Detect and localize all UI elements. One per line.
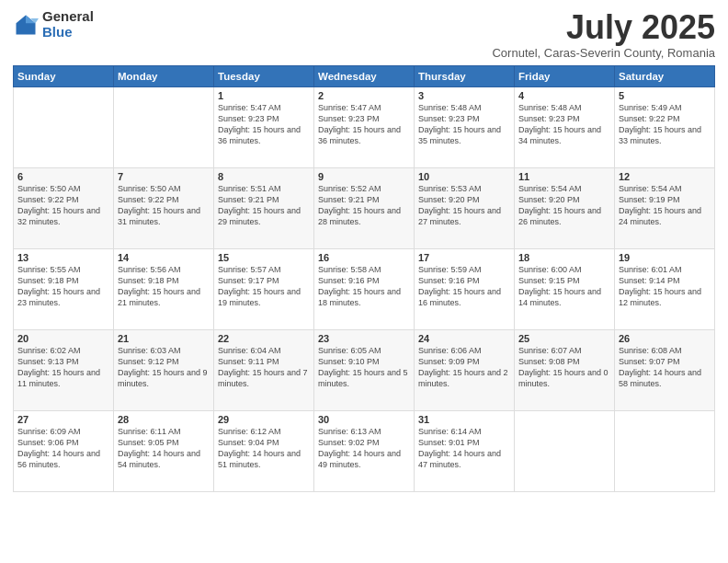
calendar-cell <box>515 410 615 491</box>
day-number: 11 <box>518 171 610 182</box>
day-info: Sunrise: 6:08 AM Sunset: 9:07 PM Dayligh… <box>619 345 711 390</box>
day-number: 7 <box>118 171 210 182</box>
calendar-cell: 18Sunrise: 6:00 AM Sunset: 9:15 PM Dayli… <box>515 248 615 329</box>
calendar-cell: 3Sunrise: 5:48 AM Sunset: 9:23 PM Daylig… <box>415 86 515 167</box>
calendar-cell: 6Sunrise: 5:50 AM Sunset: 9:22 PM Daylig… <box>14 167 114 248</box>
day-number: 5 <box>619 90 711 101</box>
day-number: 9 <box>318 171 410 182</box>
day-info: Sunrise: 5:50 AM Sunset: 9:22 PM Dayligh… <box>17 183 109 228</box>
day-number: 26 <box>619 333 711 344</box>
day-number: 24 <box>418 333 510 344</box>
day-info: Sunrise: 5:59 AM Sunset: 9:16 PM Dayligh… <box>418 264 510 309</box>
calendar-cell: 22Sunrise: 6:04 AM Sunset: 9:11 PM Dayli… <box>214 329 314 410</box>
day-info: Sunrise: 5:58 AM Sunset: 9:16 PM Dayligh… <box>318 264 410 309</box>
calendar-cell: 5Sunrise: 5:49 AM Sunset: 9:22 PM Daylig… <box>615 86 715 167</box>
day-info: Sunrise: 5:48 AM Sunset: 9:23 PM Dayligh… <box>418 102 510 147</box>
weekday-row: SundayMondayTuesdayWednesdayThursdayFrid… <box>14 65 715 86</box>
calendar-cell: 30Sunrise: 6:13 AM Sunset: 9:02 PM Dayli… <box>314 410 415 491</box>
day-number: 10 <box>418 171 510 182</box>
weekday-header-tuesday: Tuesday <box>214 65 314 86</box>
logo-general-text: General <box>42 9 94 25</box>
day-info: Sunrise: 5:54 AM Sunset: 9:20 PM Dayligh… <box>518 183 610 228</box>
day-number: 21 <box>118 333 210 344</box>
day-number: 14 <box>118 252 210 263</box>
day-info: Sunrise: 6:07 AM Sunset: 9:08 PM Dayligh… <box>518 345 610 390</box>
day-info: Sunrise: 5:47 AM Sunset: 9:23 PM Dayligh… <box>218 102 310 147</box>
day-number: 22 <box>218 333 310 344</box>
calendar-cell: 8Sunrise: 5:51 AM Sunset: 9:21 PM Daylig… <box>214 167 314 248</box>
logo-text: General Blue <box>42 9 94 40</box>
day-info: Sunrise: 6:09 AM Sunset: 9:06 PM Dayligh… <box>17 426 109 471</box>
calendar-week-5: 27Sunrise: 6:09 AM Sunset: 9:06 PM Dayli… <box>14 410 715 491</box>
day-info: Sunrise: 6:03 AM Sunset: 9:12 PM Dayligh… <box>118 345 210 390</box>
day-info: Sunrise: 5:52 AM Sunset: 9:21 PM Dayligh… <box>318 183 410 228</box>
day-info: Sunrise: 5:53 AM Sunset: 9:20 PM Dayligh… <box>418 183 510 228</box>
header: General Blue July 2025 Cornutel, Caras-S… <box>13 9 715 60</box>
calendar-cell: 24Sunrise: 6:06 AM Sunset: 9:09 PM Dayli… <box>415 329 515 410</box>
day-number: 16 <box>318 252 410 263</box>
day-number: 18 <box>518 252 610 263</box>
calendar-cell: 11Sunrise: 5:54 AM Sunset: 9:20 PM Dayli… <box>515 167 615 248</box>
calendar-cell <box>114 86 214 167</box>
day-number: 8 <box>218 171 310 182</box>
calendar-week-2: 6Sunrise: 5:50 AM Sunset: 9:22 PM Daylig… <box>14 167 715 248</box>
calendar-cell: 26Sunrise: 6:08 AM Sunset: 9:07 PM Dayli… <box>615 329 715 410</box>
logo-blue-text: Blue <box>42 25 94 40</box>
calendar-cell: 13Sunrise: 5:55 AM Sunset: 9:18 PM Dayli… <box>14 248 114 329</box>
weekday-header-sunday: Sunday <box>14 65 114 86</box>
day-number: 4 <box>518 90 610 101</box>
day-number: 6 <box>17 171 109 182</box>
calendar-cell: 21Sunrise: 6:03 AM Sunset: 9:12 PM Dayli… <box>114 329 214 410</box>
day-info: Sunrise: 5:49 AM Sunset: 9:22 PM Dayligh… <box>619 102 711 147</box>
day-info: Sunrise: 5:56 AM Sunset: 9:18 PM Dayligh… <box>118 264 210 309</box>
weekday-header-friday: Friday <box>515 65 615 86</box>
day-info: Sunrise: 6:14 AM Sunset: 9:01 PM Dayligh… <box>418 426 510 471</box>
calendar-cell: 27Sunrise: 6:09 AM Sunset: 9:06 PM Dayli… <box>14 410 114 491</box>
calendar-cell: 16Sunrise: 5:58 AM Sunset: 9:16 PM Dayli… <box>314 248 415 329</box>
calendar-week-1: 1Sunrise: 5:47 AM Sunset: 9:23 PM Daylig… <box>14 86 715 167</box>
day-info: Sunrise: 5:50 AM Sunset: 9:22 PM Dayligh… <box>118 183 210 228</box>
day-number: 12 <box>619 171 711 182</box>
calendar-cell: 12Sunrise: 5:54 AM Sunset: 9:19 PM Dayli… <box>615 167 715 248</box>
day-info: Sunrise: 6:11 AM Sunset: 9:05 PM Dayligh… <box>118 426 210 471</box>
calendar-cell: 19Sunrise: 6:01 AM Sunset: 9:14 PM Dayli… <box>615 248 715 329</box>
day-info: Sunrise: 5:54 AM Sunset: 9:19 PM Dayligh… <box>619 183 711 228</box>
calendar-cell: 17Sunrise: 5:59 AM Sunset: 9:16 PM Dayli… <box>415 248 515 329</box>
day-number: 25 <box>518 333 610 344</box>
day-info: Sunrise: 6:00 AM Sunset: 9:15 PM Dayligh… <box>518 264 610 309</box>
calendar-cell: 31Sunrise: 6:14 AM Sunset: 9:01 PM Dayli… <box>415 410 515 491</box>
day-info: Sunrise: 6:13 AM Sunset: 9:02 PM Dayligh… <box>318 426 410 471</box>
day-info: Sunrise: 5:57 AM Sunset: 9:17 PM Dayligh… <box>218 264 310 309</box>
calendar-cell: 1Sunrise: 5:47 AM Sunset: 9:23 PM Daylig… <box>214 86 314 167</box>
calendar-cell: 10Sunrise: 5:53 AM Sunset: 9:20 PM Dayli… <box>415 167 515 248</box>
weekday-header-wednesday: Wednesday <box>314 65 415 86</box>
day-number: 31 <box>418 414 510 425</box>
calendar-cell: 14Sunrise: 5:56 AM Sunset: 9:18 PM Dayli… <box>114 248 214 329</box>
day-number: 3 <box>418 90 510 101</box>
calendar-cell: 7Sunrise: 5:50 AM Sunset: 9:22 PM Daylig… <box>114 167 214 248</box>
day-number: 1 <box>218 90 310 101</box>
day-number: 19 <box>619 252 711 263</box>
day-number: 20 <box>17 333 109 344</box>
day-number: 17 <box>418 252 510 263</box>
day-info: Sunrise: 6:05 AM Sunset: 9:10 PM Dayligh… <box>318 345 410 390</box>
weekday-header-monday: Monday <box>114 65 214 86</box>
month-title: July 2025 <box>492 9 715 46</box>
day-number: 28 <box>118 414 210 425</box>
day-info: Sunrise: 6:02 AM Sunset: 9:13 PM Dayligh… <box>17 345 109 390</box>
calendar-cell <box>14 86 114 167</box>
day-info: Sunrise: 6:01 AM Sunset: 9:14 PM Dayligh… <box>619 264 711 309</box>
calendar-table: SundayMondayTuesdayWednesdayThursdayFrid… <box>13 65 715 492</box>
weekday-header-thursday: Thursday <box>415 65 515 86</box>
logo-icon <box>13 12 39 38</box>
logo: General Blue <box>13 9 94 40</box>
weekday-header-saturday: Saturday <box>615 65 715 86</box>
day-info: Sunrise: 5:47 AM Sunset: 9:23 PM Dayligh… <box>318 102 410 147</box>
day-number: 29 <box>218 414 310 425</box>
day-info: Sunrise: 5:48 AM Sunset: 9:23 PM Dayligh… <box>518 102 610 147</box>
day-number: 15 <box>218 252 310 263</box>
day-info: Sunrise: 5:55 AM Sunset: 9:18 PM Dayligh… <box>17 264 109 309</box>
day-info: Sunrise: 6:12 AM Sunset: 9:04 PM Dayligh… <box>218 426 310 471</box>
calendar-cell: 9Sunrise: 5:52 AM Sunset: 9:21 PM Daylig… <box>314 167 415 248</box>
page: General Blue July 2025 Cornutel, Caras-S… <box>0 0 728 563</box>
